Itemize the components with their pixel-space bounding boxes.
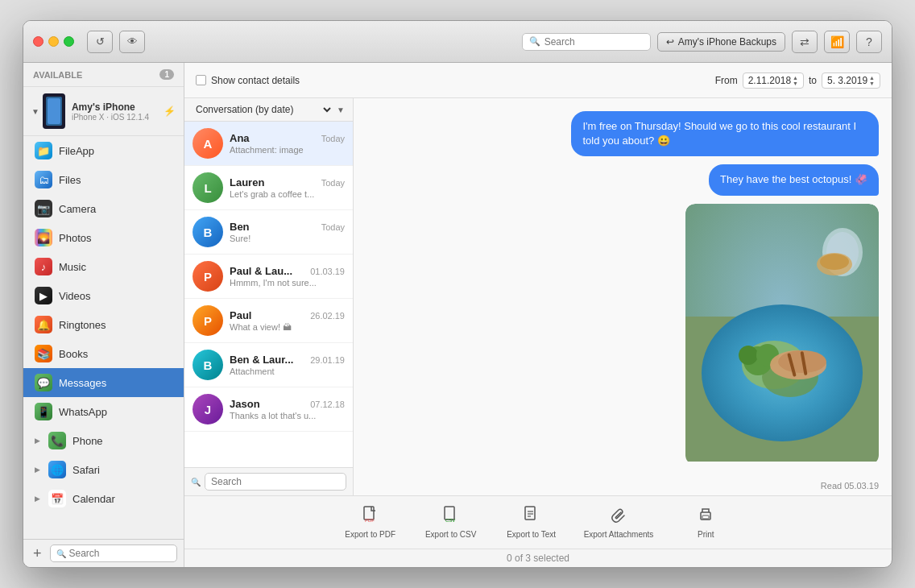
date-from-input[interactable]: 2.11.2018 ▲ ▼ [743,72,804,89]
stepper-up-icon[interactable]: ▲ [793,75,798,81]
date-to-input[interactable]: 5. 3.2019 ▲ ▼ [822,72,880,89]
avatar-ana: A [193,128,223,159]
conversation-item-paul[interactable]: P Paul 26.02.19 What a view! 🏔 [184,299,353,343]
date-to-value: 5. 3.2019 [827,75,867,86]
add-button[interactable]: + [30,546,45,561]
status-text: 0 of 3 selected [507,553,569,564]
music-icon: ♪ [35,258,52,275]
to-label: to [809,75,817,86]
backups-label: Amy's iPhone Backups [678,36,776,48]
conversation-item-ben[interactable]: B Ben Today Sure! [184,210,353,255]
sidebar-search-bar[interactable]: 🔍 [50,545,177,562]
backups-button[interactable]: ↩ Amy's iPhone Backups [657,32,785,52]
conv-date-ben: Today [321,222,345,232]
help-icon: ? [866,35,872,48]
toolbar-action-print[interactable]: Print [677,506,734,539]
export-pdf-icon: PDF [362,506,379,528]
sidebar-items-list: 📁 FileApp 🗂 Files 📷 Camera 🌄 Photos ♪ Mu… [23,136,184,539]
sidebar-item-camera[interactable]: 📷 Camera [23,194,184,223]
avatar-ben: B [193,217,223,247]
conv-body-ben: Ben Today Sure! [230,221,345,243]
date-from-stepper[interactable]: ▲ ▼ [793,75,798,86]
toolbar-action-export-attachments[interactable]: Export Attachments [584,506,654,539]
conv-preview-lauren: Let's grab a coffee t... [230,189,345,199]
conversation-item-lauren[interactable]: L Lauren Today Let's grab a coffee t... [184,166,353,210]
close-button[interactable] [33,36,43,47]
sidebar-item-fileapp[interactable]: 📁 FileApp [23,136,184,165]
conversation-item-ana[interactable]: A Ana Today Attachment: image [184,122,353,166]
refresh-button[interactable]: ↺ [87,31,113,53]
sidebar-item-phone[interactable]: ▶ 📞 Phone [23,426,184,455]
conv-body-ben-laur: Ben & Laur... 29.01.19 Attachment [230,354,345,376]
sidebar-item-music[interactable]: ♪ Music [23,252,184,281]
sidebar-item-calendar[interactable]: ▶ 📅 Calendar [23,484,184,513]
message-msg2: They have the best octopus! 🦑 [709,164,879,195]
sidebar-item-safari[interactable]: ▶ 🌐 Safari [23,455,184,484]
conv-date-paul: 26.02.19 [310,311,345,321]
help-button[interactable]: ? [856,31,882,53]
conversation-search-input[interactable] [205,473,346,491]
whatsapp-label: WhatsApp [59,406,107,418]
phone-icon: 📞 [48,432,66,449]
global-search-bar[interactable]: 🔍 [522,33,651,51]
stepper-down-icon[interactable]: ▼ [793,81,798,86]
toolbar-action-export-pdf[interactable]: PDF Export to PDF [342,506,399,539]
search-icon: 🔍 [529,36,540,47]
show-contact-details-checkbox[interactable] [196,75,206,85]
calendar-label: Calendar [72,493,115,505]
eye-button[interactable]: 👁 [119,31,145,53]
date-to-stepper[interactable]: ▲ ▼ [869,75,875,86]
content-area: Conversation (by date) ▼ A Ana Today Att… [184,98,892,495]
sidebar-item-messages[interactable]: 💬 Messages [23,368,184,397]
conversation-item-paul-lau[interactable]: P Paul & Lau... 01.03.19 Hmmm, I'm not s… [184,255,353,299]
sidebar: AVAILABLE 1 ▼ Amy's iPhone iPhone X · iO… [23,63,184,567]
messages-label: Messages [59,377,106,389]
minimize-button[interactable] [48,36,59,47]
status-bar: 0 of 3 selected [184,549,892,567]
sidebar-search-input[interactable] [69,548,171,559]
maximize-button[interactable] [64,36,74,47]
sidebar-item-files[interactable]: 🗂 Files [23,165,184,194]
photos-label: Photos [59,232,91,244]
sort-arrow-icon: ▼ [337,106,345,114]
conv-name-ana: Ana [230,132,250,144]
sidebar-item-videos[interactable]: ▶ Videos [23,281,184,310]
export-attachments-icon [610,506,627,528]
conv-name-jason: Jason [230,398,260,410]
fileapp-icon: 📁 [35,142,52,159]
sidebar-item-whatsapp[interactable]: 📱 WhatsApp [23,397,184,426]
stepper-up-icon-2[interactable]: ▲ [869,75,875,81]
global-search-input[interactable] [544,36,644,48]
conv-name-ben: Ben [230,221,250,233]
svg-point-15 [820,254,849,270]
wifi-button[interactable]: 📶 [824,31,850,53]
conversation-search-bar[interactable]: 🔍 [184,467,353,495]
conv-body-jason: Jason 07.12.18 Thanks a lot that's u... [230,398,345,420]
music-label: Music [59,261,86,273]
arrows-button[interactable]: ⇄ [792,31,818,53]
print-label: Print [698,530,714,539]
safari-icon: 🌐 [48,461,66,478]
conversation-item-jason[interactable]: J Jason 07.12.18 Thanks a lot that's u..… [184,387,353,432]
conv-body-paul: Paul 26.02.19 What a view! 🏔 [230,309,345,332]
expand-arrow-icon: ▶ [35,466,40,474]
from-label: From [715,75,738,86]
ringtones-icon: 🔔 [35,316,52,333]
toolbar-action-export-text[interactable]: Export to Text [503,506,560,539]
avatar-ben-laur: B [193,350,223,380]
books-icon: 📚 [35,345,52,362]
titlebar: ↺ 👁 🔍 ↩ Amy's iPhone Backups ⇄ 📶 ? [23,21,892,63]
toolbar-action-export-csv[interactable]: CSV Export to CSV [423,506,479,539]
sidebar-item-ringtones[interactable]: 🔔 Ringtones [23,310,184,339]
conv-name-paul: Paul [230,309,251,321]
svg-text:PDF: PDF [365,518,375,523]
fileapp-label: FileApp [59,145,94,157]
sidebar-item-photos[interactable]: 🌄 Photos [23,223,184,252]
device-item[interactable]: ▼ Amy's iPhone iPhone X · iOS 12.1.4 ⚡ [23,87,184,136]
sidebar-item-books[interactable]: 📚 Books [23,339,184,368]
conversation-sort-select[interactable]: Conversation (by date) [193,103,333,116]
device-model: iPhone X · iOS 12.1.4 [72,113,164,122]
toolbar-actions: PDF Export to PDF CSV Export to CSV Expo… [184,503,892,542]
conversation-item-ben-laur[interactable]: B Ben & Laur... 29.01.19 Attachment [184,343,353,387]
stepper-down-icon-2[interactable]: ▼ [869,81,875,86]
